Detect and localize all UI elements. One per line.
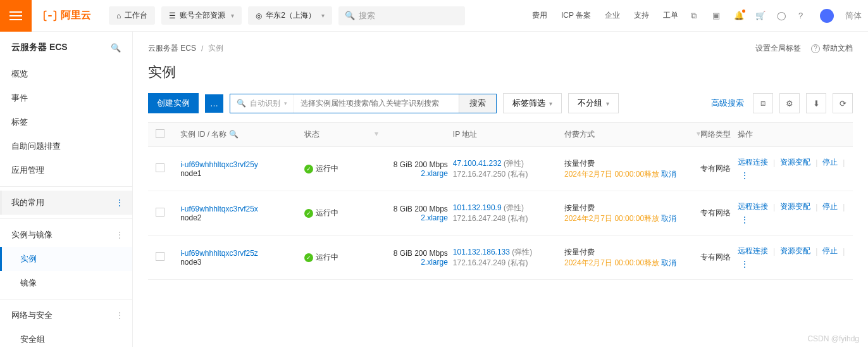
action-remote[interactable]: 远程连接 [738, 157, 768, 168]
avatar[interactable] [820, 9, 834, 23]
instance-table: 实例 ID / 名称🔍 状态▾ IP 地址 付费方式▾ 网络类型 操作 i-uf… [148, 122, 853, 280]
instance-id[interactable]: i-uf69whhhltqxc3rvf25z [180, 249, 304, 258]
sidebar-sub-instance[interactable]: 实例 [0, 247, 132, 271]
pay-type: 按量付费 [564, 203, 700, 213]
create-instance-button[interactable]: 创建实例 [148, 93, 199, 113]
set-global-tag[interactable]: 设置全局标签 [755, 43, 801, 54]
row-checkbox[interactable] [156, 208, 164, 217]
top-links: 费用 ICP 备案 企业 支持 工单 [532, 10, 678, 21]
help-icon: ? [811, 44, 820, 53]
instance-id[interactable]: i-uf69whhhltqxc3rvf25x [180, 205, 304, 213]
more-icon[interactable]: ⋮ [115, 310, 123, 320]
action-resource[interactable]: 资源变配 [780, 246, 810, 256]
action-resource[interactable]: 资源变配 [780, 201, 810, 212]
status-dot-icon: ✓ [304, 209, 313, 218]
status-dot-icon: ✓ [304, 165, 313, 174]
network-type: 专有网络 [700, 163, 738, 174]
settings-icon[interactable]: ⚙ [779, 93, 800, 113]
more-actions-icon[interactable]: ⋮ [738, 170, 752, 180]
crumb-root[interactable]: 云服务器 ECS [148, 43, 196, 54]
row-checkbox[interactable] [156, 163, 164, 172]
terminal-icon[interactable]: ▣ [712, 11, 722, 21]
region-selector[interactable]: ◎ 华东2（上海） ▾ [248, 6, 332, 25]
status-dot-icon: ✓ [304, 253, 313, 262]
lang-switch[interactable]: 简体 [845, 10, 862, 22]
page-title: 实例 [148, 63, 853, 82]
public-ip[interactable]: 101.132.190.9 [453, 203, 502, 212]
menu-toggle[interactable] [0, 0, 32, 32]
action-stop[interactable]: 停止 [822, 201, 838, 212]
link-ticket[interactable]: 工单 [663, 10, 678, 21]
sidebar-sub-image[interactable]: 镜像 [0, 271, 132, 295]
sidebar-sub-sg[interactable]: 安全组 [0, 327, 132, 347]
help-icon[interactable]: ? [798, 11, 809, 21]
sidebar-group-instances[interactable]: 实例与镜像 ⋮ [0, 223, 132, 247]
more-actions-icon[interactable]: ⋮ [738, 215, 752, 225]
instance-id[interactable]: i-uf69whhhltqxc3rvf25y [180, 160, 304, 169]
top-icons: ⧉ ▣ 🔔 🛒 ◯ ? 简体 [691, 9, 862, 23]
refresh-icon[interactable]: ⟳ [833, 93, 853, 113]
link-enterprise[interactable]: 企业 [605, 10, 620, 21]
sidebar-item-events[interactable]: 事件 [0, 86, 132, 110]
resource-selector[interactable]: ☰ 账号全部资源 ▾ [161, 6, 242, 25]
more-icon[interactable]: ⋮ [115, 230, 123, 240]
workbench-button[interactable]: ⌂ 工作台 [109, 6, 155, 25]
release-time: 2024年2月7日 00:00:00释放 [564, 170, 659, 179]
select-all-checkbox[interactable] [156, 129, 164, 138]
sidebar-item-diagnose[interactable]: 自助问题排查 [0, 134, 132, 158]
header-right: 设置全局标签 ? 帮助文档 [755, 43, 853, 54]
sidebar-group-network[interactable]: 网络与安全 ⋮ [0, 303, 132, 327]
row-checkbox[interactable] [156, 252, 164, 261]
search-icon[interactable]: 🔍 [111, 43, 121, 53]
table-header: 实例 ID / 名称🔍 状态▾ IP 地址 付费方式▾ 网络类型 操作 [148, 123, 853, 147]
cancel-release[interactable]: 取消 [661, 258, 676, 267]
search-icon: 🔍 [345, 11, 355, 20]
spec2[interactable]: 2.xlarge [378, 169, 448, 178]
global-search[interactable]: 🔍 搜索 [338, 6, 465, 25]
public-ip[interactable]: 47.100.41.232 [453, 159, 502, 168]
cart-icon[interactable]: 🛒 [755, 11, 766, 21]
cancel-release[interactable]: 取消 [661, 214, 676, 223]
action-remote[interactable]: 远程连接 [738, 246, 768, 256]
action-resource[interactable]: 资源变配 [780, 157, 810, 168]
more-actions-icon[interactable]: ⋮ [738, 259, 752, 269]
layers-icon[interactable]: ⧈ [753, 93, 773, 113]
group-button[interactable]: 不分组 ▾ [568, 93, 619, 113]
link-icp[interactable]: ICP 备案 [561, 10, 591, 21]
advanced-search[interactable]: 高级搜索 [711, 98, 744, 109]
action-remote[interactable]: 远程连接 [738, 201, 768, 212]
search-icon[interactable]: 🔍 [229, 130, 239, 139]
toolbar: 创建实例 … 🔍 自动识别 ▾ 搜索 标签筛选 ▾ 不分组 ▾ 高级搜索 [148, 93, 853, 113]
link-billing[interactable]: 费用 [532, 10, 547, 21]
sidebar-group-fav[interactable]: 我的常用 ⋮ [0, 191, 132, 215]
action-stop[interactable]: 停止 [822, 246, 838, 256]
brand-logo[interactable]: 阿里云 [32, 9, 102, 23]
search-icon: 🔍 [237, 99, 246, 108]
support-icon[interactable]: ◯ [777, 11, 787, 21]
sidebar-item-tags[interactable]: 标签 [0, 110, 132, 134]
tag-filter-button[interactable]: 标签筛选 ▾ [503, 93, 562, 113]
action-stop[interactable]: 停止 [822, 157, 838, 168]
bell-icon[interactable]: 🔔 [734, 11, 744, 21]
private-ip: 172.16.247.248 (私有) [453, 213, 564, 224]
chevron-down-icon: ▾ [549, 100, 552, 107]
filter-icon[interactable]: ▾ [375, 129, 378, 138]
spec2[interactable]: 2.xlarge [378, 258, 448, 267]
link-support[interactable]: 支持 [634, 10, 649, 21]
spec1: 8 GiB 200 Mbps [378, 160, 448, 169]
help-docs[interactable]: 帮助文档 [822, 43, 853, 54]
create-more-button[interactable]: … [205, 94, 223, 113]
cloud-shell-icon[interactable]: ⧉ [691, 11, 701, 21]
search-input[interactable] [294, 94, 459, 113]
spec2[interactable]: 2.xlarge [378, 213, 448, 222]
download-icon[interactable]: ⬇ [806, 93, 826, 113]
public-ip[interactable]: 101.132.186.133 [453, 248, 510, 256]
search-button[interactable]: 搜索 [459, 94, 496, 113]
chevron-down-icon: ▾ [284, 100, 287, 106]
cancel-release[interactable]: 取消 [661, 170, 676, 179]
sidebar-item-overview[interactable]: 概览 [0, 62, 132, 86]
sidebar-item-apps[interactable]: 应用管理 [0, 158, 132, 182]
search-group: 🔍 自动识别 ▾ 搜索 [230, 94, 497, 113]
search-mode[interactable]: 🔍 自动识别 ▾ [230, 94, 294, 113]
more-icon[interactable]: ⋮ [115, 198, 123, 208]
